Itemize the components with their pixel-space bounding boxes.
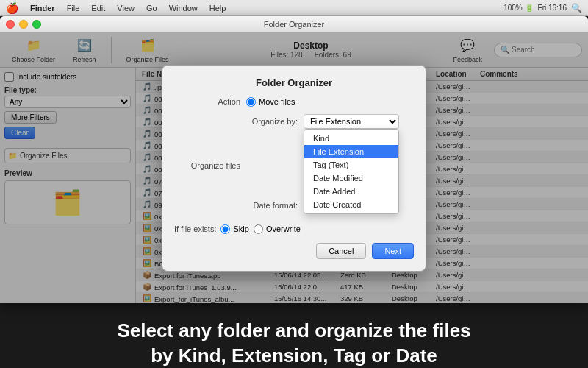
modal-title: Folder Organizer — [174, 77, 414, 88]
organize-files-row-label: Organize files — [174, 161, 240, 170]
menu-view[interactable]: View — [117, 4, 135, 13]
maximize-button[interactable] — [32, 20, 41, 29]
action-label: Action — [174, 97, 240, 106]
skip-radio[interactable]: Skip — [220, 224, 248, 234]
caption-text: Select any folder and organize the files… — [117, 319, 470, 368]
move-files-label: Move files — [259, 97, 295, 106]
title-bar: Folder Organizer — [0, 16, 588, 32]
overwrite-label: Overwrite — [266, 224, 301, 233]
window-title: Folder Organizer — [264, 20, 325, 29]
dropdown-date-created[interactable]: Date Created — [304, 198, 398, 211]
cancel-button[interactable]: Cancel — [316, 243, 366, 259]
move-files-radio[interactable]: Move files — [246, 97, 295, 107]
bottom-caption: Select any folder and organize the files… — [0, 303, 588, 368]
organize-by-select[interactable]: Kind File Extension Tag (Text) Date Modi… — [304, 114, 399, 129]
menu-window[interactable]: Window — [169, 4, 198, 13]
organize-by-dropdown: Kind File Extension Tag (Text) Date Modi… — [304, 129, 399, 214]
menu-finder[interactable]: Finder — [30, 4, 55, 13]
menu-help[interactable]: Help — [209, 4, 226, 13]
modal-action-section: Action Move files — [174, 97, 414, 107]
modal-if-exists-section: If file exists: Skip Overwrite — [174, 224, 414, 234]
close-button[interactable] — [6, 20, 15, 29]
dropdown-date-modified[interactable]: Date Modified — [304, 171, 398, 185]
modal-buttons: Cancel Next — [174, 243, 414, 259]
organize-by-label: Organize by: — [246, 117, 298, 126]
menu-go[interactable]: Go — [146, 4, 157, 13]
skip-label: Skip — [233, 224, 248, 233]
if-exists-label: If file exists: — [174, 224, 216, 233]
dropdown-date-added[interactable]: Date Added — [304, 185, 398, 198]
dropdown-file-extension[interactable]: File Extension — [304, 145, 398, 158]
next-button[interactable]: Next — [372, 243, 414, 259]
modal-overlay: Folder Organizer Action Move files Organ… — [0, 32, 588, 303]
modal-organize-section: Organize files Organize by: Kind File Ex… — [174, 114, 414, 217]
date-format-label: Date format: — [246, 201, 298, 210]
modal-dialog: Folder Organizer Action Move files Organ… — [162, 65, 426, 272]
dropdown-kind[interactable]: Kind — [304, 132, 398, 145]
menu-file[interactable]: File — [67, 4, 80, 13]
minimize-button[interactable] — [19, 20, 28, 29]
dropdown-tag[interactable]: Tag (Text) — [304, 158, 398, 171]
menu-edit[interactable]: Edit — [91, 4, 105, 13]
overwrite-radio[interactable]: Overwrite — [254, 224, 301, 234]
